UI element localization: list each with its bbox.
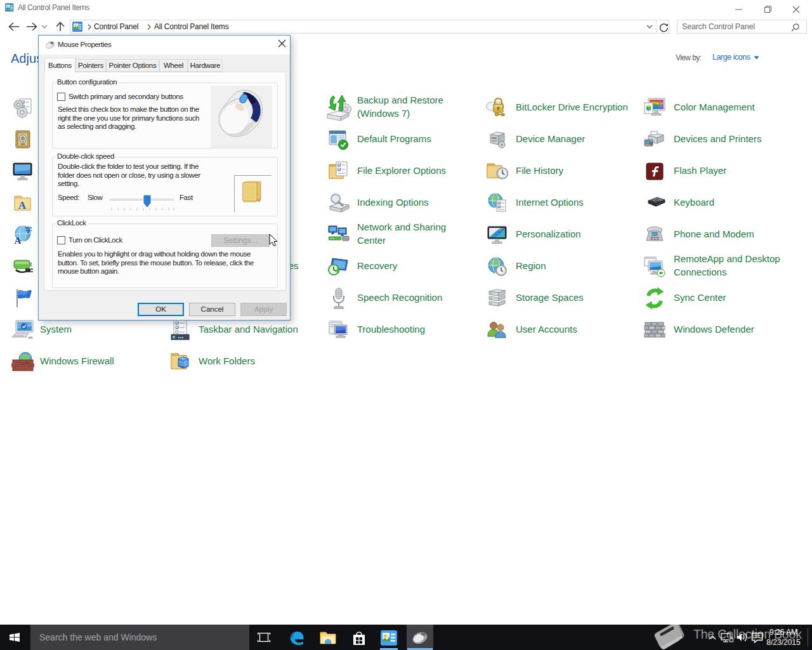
svg-text:A: A <box>15 235 22 246</box>
svg-text:字: 字 <box>25 226 32 234</box>
svg-text:A: A <box>18 199 27 211</box>
